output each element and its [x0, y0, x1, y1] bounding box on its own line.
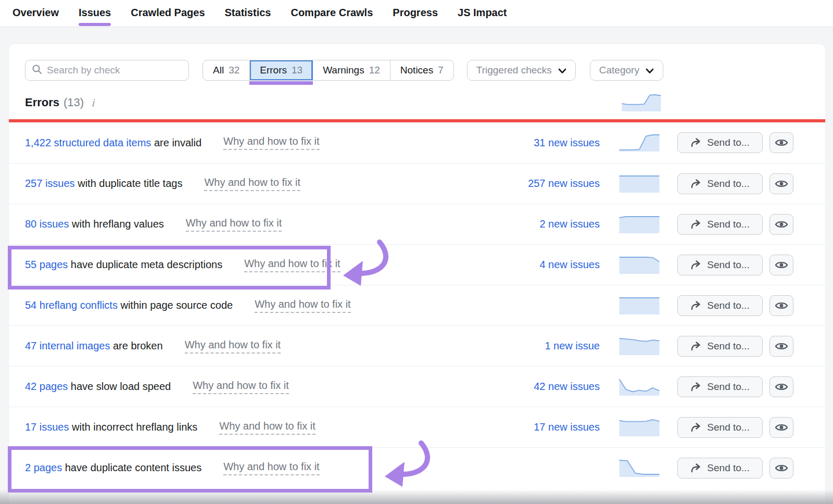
active-tab-underline	[79, 23, 111, 26]
new-issues-link[interactable]: 42 new issues	[516, 381, 600, 393]
new-issues-link[interactable]: 1 new issue	[516, 340, 600, 352]
category-label: Category	[599, 65, 639, 76]
filter-errors[interactable]: Errors13	[250, 60, 313, 80]
tab-issues[interactable]: Issues	[79, 0, 111, 27]
issue-count-link[interactable]: 1,422 structured data items	[25, 137, 151, 148]
issue-row: 55 pages have duplicate meta description…	[9, 244, 825, 285]
tab-js-impact[interactable]: JS Impact	[458, 0, 507, 27]
issue-trend-sparkline	[619, 337, 660, 356]
filter-label: Notices	[400, 65, 433, 76]
selected-filter-underline	[249, 81, 313, 85]
issue-description: with duplicate title tags	[78, 178, 182, 189]
tab-progress[interactable]: Progress	[393, 0, 438, 27]
issue-trend-sparkline	[619, 377, 660, 396]
new-issues-link[interactable]: 17 new issues	[516, 421, 600, 433]
send-to-button[interactable]: Send to...	[677, 173, 763, 194]
new-issues-link[interactable]: 31 new issues	[516, 137, 600, 149]
category-dropdown[interactable]: Category	[590, 60, 663, 81]
eye-icon	[775, 220, 788, 229]
filter-label: All	[213, 65, 224, 76]
why-how-to-fix-link[interactable]: Why and how to fix it	[186, 217, 282, 232]
send-to-button[interactable]: Send to...	[677, 255, 763, 275]
send-to-label: Send to...	[707, 259, 749, 271]
send-to-button[interactable]: Send to...	[677, 132, 763, 153]
send-to-label: Send to...	[707, 462, 749, 474]
send-to-button[interactable]: Send to...	[677, 214, 763, 235]
send-to-button[interactable]: Send to...	[677, 295, 763, 316]
hide-issue-button[interactable]	[769, 255, 793, 275]
issue-trend-sparkline	[619, 174, 660, 193]
send-to-button[interactable]: Send to...	[677, 376, 763, 397]
why-how-to-fix-link[interactable]: Why and how to fix it	[223, 135, 320, 150]
chevron-down-icon	[646, 68, 654, 74]
send-to-button[interactable]: Send to...	[677, 417, 763, 438]
issue-trend-sparkline	[619, 256, 660, 274]
issue-description: with incorrect hreflang links	[72, 421, 197, 433]
issue-count-link[interactable]: 42 pages	[25, 381, 68, 392]
new-issues-link[interactable]: 257 new issues	[516, 178, 600, 190]
issue-description: with hreflang values	[72, 218, 164, 230]
issues-panel: All32Errors13Warnings12Notices7 Triggere…	[9, 44, 825, 504]
eye-icon	[775, 463, 788, 473]
why-how-to-fix-link[interactable]: Why and how to fix it	[204, 177, 300, 191]
filter-count: 32	[229, 65, 239, 76]
hide-issue-button[interactable]	[769, 336, 793, 357]
tab-label: Compare Crawls	[291, 7, 373, 18]
issue-trend-sparkline	[619, 296, 660, 315]
send-arrow-icon	[690, 423, 702, 432]
filter-all[interactable]: All32	[203, 60, 250, 80]
issue-count-link[interactable]: 2 pages	[25, 462, 62, 473]
new-issues-link[interactable]: 4 new issues	[516, 259, 600, 271]
tab-statistics[interactable]: Statistics	[225, 0, 271, 27]
hide-issue-button[interactable]	[769, 417, 793, 438]
issue-count-link[interactable]: 47 internal images	[25, 340, 110, 351]
errors-trend-sparkline	[621, 93, 662, 112]
why-how-to-fix-link[interactable]: Why and how to fix it	[185, 339, 281, 354]
issue-count-link[interactable]: 54 hreflang conflicts	[25, 299, 118, 311]
issue-row: 257 issues with duplicate title tags Why…	[9, 163, 825, 204]
issue-description: within page source code	[120, 299, 233, 311]
issue-count-link[interactable]: 17 issues	[25, 421, 69, 433]
issue-count-link[interactable]: 257 issues	[25, 178, 75, 189]
tab-overview[interactable]: Overview	[12, 0, 59, 27]
eye-icon	[775, 342, 788, 351]
filter-notices[interactable]: Notices7	[390, 60, 453, 80]
search-input-wrapper	[25, 60, 189, 81]
why-how-to-fix-link[interactable]: Why and how to fix it	[193, 380, 289, 394]
tab-label: Statistics	[225, 7, 271, 18]
filter-count: 7	[438, 65, 444, 76]
why-how-to-fix-link[interactable]: Why and how to fix it	[223, 461, 320, 475]
issue-description: have duplicate meta descriptions	[71, 259, 222, 270]
hide-issue-button[interactable]	[769, 376, 793, 397]
eye-icon	[775, 423, 788, 432]
hide-issue-button[interactable]	[769, 214, 793, 235]
eye-icon	[775, 301, 788, 310]
send-to-label: Send to...	[707, 219, 749, 230]
filter-count: 12	[369, 65, 380, 76]
send-to-button[interactable]: Send to...	[677, 336, 763, 357]
why-how-to-fix-link[interactable]: Why and how to fix it	[219, 420, 315, 435]
new-issues-link[interactable]: 2 new issues	[516, 218, 600, 230]
hide-issue-button[interactable]	[769, 458, 793, 478]
why-how-to-fix-link[interactable]: Why and how to fix it	[255, 298, 351, 313]
tab-label: JS Impact	[458, 7, 507, 18]
send-to-label: Send to...	[707, 341, 749, 352]
issues-list: 1,422 structured data items are invalid …	[9, 122, 825, 488]
info-icon[interactable]: i	[91, 97, 94, 108]
issue-count-link[interactable]: 55 pages	[25, 259, 68, 270]
issue-description: have duplicate content issues	[65, 462, 201, 473]
search-input[interactable]	[47, 65, 182, 76]
hide-issue-button[interactable]	[769, 295, 793, 316]
issue-count-link[interactable]: 80 issues	[25, 218, 69, 230]
hide-issue-button[interactable]	[769, 173, 793, 194]
send-to-button[interactable]: Send to...	[677, 458, 763, 478]
tab-compare-crawls[interactable]: Compare Crawls	[291, 0, 373, 27]
hide-issue-button[interactable]	[769, 132, 793, 153]
filter-count: 13	[292, 65, 302, 76]
send-arrow-icon	[690, 463, 702, 473]
tab-crawled-pages[interactable]: Crawled Pages	[131, 0, 205, 27]
why-how-to-fix-link[interactable]: Why and how to fix it	[244, 258, 340, 272]
send-arrow-icon	[690, 342, 702, 351]
filter-warnings[interactable]: Warnings12	[313, 60, 390, 80]
triggered-checks-dropdown[interactable]: Triggered checks	[467, 60, 576, 81]
